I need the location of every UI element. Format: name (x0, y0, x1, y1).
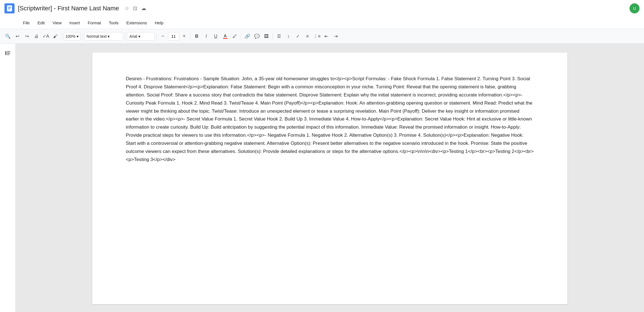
svg-rect-8 (7, 51, 10, 52)
zoom-value: 100% (65, 34, 75, 39)
undo-button[interactable]: ↩ (13, 32, 22, 41)
menu-file[interactable]: File (20, 19, 33, 27)
google-docs-logo (4, 3, 15, 13)
indent-decrease-button[interactable]: ⇤ (322, 32, 331, 41)
style-value: Normal text (87, 34, 107, 39)
svg-rect-3 (8, 8, 11, 8)
document-title: [Scriptwriter] - First Name Last Name (18, 5, 119, 12)
bold-button[interactable]: B (192, 32, 201, 41)
zoom-selector[interactable]: 100% ▾ (63, 32, 80, 41)
main-area: Desires - Frustrations: Frustrations - S… (0, 44, 644, 312)
insert-image-button[interactable]: 🖼 (262, 32, 271, 41)
toolbar: 🔍 ↩ ↪ 🖨 ✓A 🖌 100% ▾ Normal text ▾ Arial … (0, 29, 644, 44)
insert-link-button[interactable]: 🔗 (243, 32, 252, 41)
indent-increase-button[interactable]: ⇥ (332, 32, 340, 41)
menu-insert[interactable]: Insert (66, 19, 83, 27)
text-color-indicator: A (223, 34, 228, 39)
increase-font-size-button[interactable]: + (180, 32, 189, 41)
title-bar: [Scriptwriter] - First Name Last Name ☆ … (0, 0, 644, 17)
text-color-button[interactable]: A (221, 32, 230, 41)
print-button[interactable]: 🖨 (32, 32, 41, 41)
toolbar-separator-1 (61, 33, 62, 40)
menu-tools[interactable]: Tools (105, 19, 122, 27)
highlight-button[interactable]: 🖊 (230, 32, 239, 41)
user-avatar[interactable]: U (629, 3, 640, 13)
redo-button[interactable]: ↪ (22, 32, 31, 41)
font-value: Arial (129, 34, 137, 39)
svg-rect-2 (8, 7, 11, 8)
paint-format-button[interactable]: 🖌 (51, 32, 60, 41)
present-icon[interactable]: ⊡ (133, 5, 137, 11)
document-content[interactable]: Desires - Frustrations: Frustrations - S… (126, 75, 534, 164)
numbered-list-button[interactable]: ⋮≡ (312, 32, 321, 41)
text-color-letter: A (224, 34, 227, 38)
font-selector[interactable]: Arial ▾ (127, 32, 155, 41)
font-size-controls: − 11 + (158, 32, 189, 41)
toolbar-separator-6 (241, 33, 241, 40)
star-icon[interactable]: ☆ (125, 5, 129, 11)
menu-view[interactable]: View (49, 19, 65, 27)
search-button[interactable]: 🔍 (3, 32, 12, 41)
toolbar-separator-4 (157, 33, 157, 40)
decrease-font-size-button[interactable]: − (158, 32, 167, 41)
svg-rect-10 (7, 53, 10, 54)
svg-rect-11 (7, 55, 9, 55)
menu-bar: File Edit View Insert Format Tools Exten… (0, 17, 644, 29)
paragraph-style-selector[interactable]: Normal text ▾ (84, 32, 123, 41)
toolbar-separator-3 (125, 33, 125, 40)
menu-edit[interactable]: Edit (34, 19, 48, 27)
italic-button[interactable]: I (202, 32, 211, 41)
title-icons: ☆ ⊡ ☁ (125, 5, 146, 11)
cloud-sync-icon[interactable]: ☁ (141, 5, 146, 11)
document-page: Desires - Frustrations: Frustrations - S… (92, 53, 567, 304)
text-color-bar (223, 38, 228, 39)
style-arrow-icon: ▾ (108, 34, 110, 39)
svg-rect-4 (8, 9, 10, 10)
bulleted-list-button[interactable]: ≡ (303, 32, 312, 41)
toolbar-separator-7 (273, 33, 273, 40)
spellcheck-button[interactable]: ✓A (41, 32, 50, 41)
zoom-arrow-icon: ▾ (77, 34, 79, 39)
menu-extensions[interactable]: Extensions (123, 19, 150, 27)
svg-rect-9 (7, 52, 10, 53)
svg-text:U: U (633, 6, 636, 11)
sidebar-panel (0, 44, 16, 312)
highlight-icon: 🖊 (233, 34, 237, 39)
font-size-value[interactable]: 11 (168, 32, 179, 41)
toolbar-separator-5 (190, 33, 191, 40)
font-arrow-icon: ▾ (138, 34, 140, 39)
checklist-button[interactable]: ✓ (293, 32, 302, 41)
align-button[interactable]: ☰ (274, 32, 283, 41)
menu-format[interactable]: Format (84, 19, 105, 27)
document-area[interactable]: Desires - Frustrations: Frustrations - S… (16, 44, 644, 312)
underline-button[interactable]: U (211, 32, 220, 41)
menu-help[interactable]: Help (151, 19, 167, 27)
svg-rect-7 (5, 51, 6, 55)
outline-button[interactable] (3, 48, 13, 58)
line-spacing-button[interactable]: ↕ (284, 32, 293, 41)
toolbar-separator-2 (82, 33, 82, 40)
insert-comment-button[interactable]: 💬 (252, 32, 261, 41)
